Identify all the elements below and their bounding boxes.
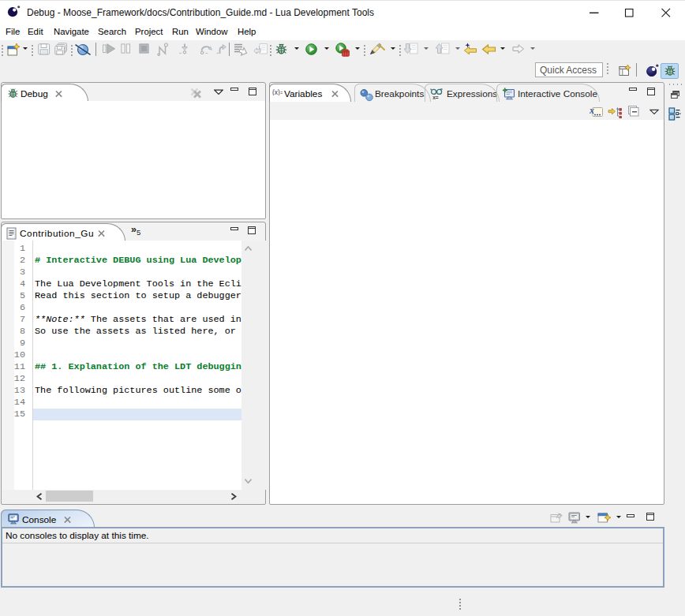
svg-text:(x)=: (x)= <box>272 89 283 95</box>
svg-text:x: x <box>590 105 594 116</box>
svg-text:x=: x= <box>432 95 439 100</box>
